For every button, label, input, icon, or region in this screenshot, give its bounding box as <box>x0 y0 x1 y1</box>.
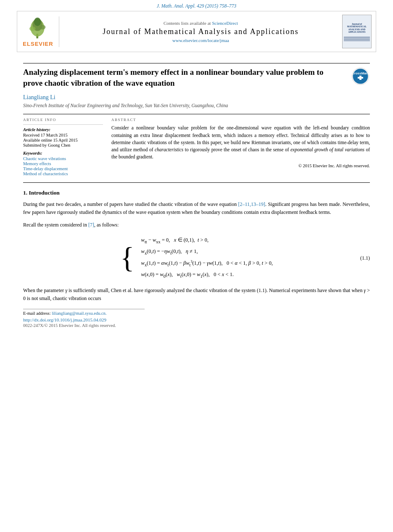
doi-line[interactable]: http://dx.doi.org/10.1016/j.jmaa.2015.04… <box>23 317 370 322</box>
available-date: Available online 15 April 2015 <box>23 138 103 142</box>
received-date: Received 17 March 2015 <box>23 133 103 137</box>
keywords-label: Keywords: <box>23 151 103 155</box>
crossmark-logo: CrossMark <box>351 67 370 86</box>
eq-line-2: wx(0,t) = −ηwt(0,t), η ≠ 1, <box>141 246 273 258</box>
equation-1-1: { wtt − wxx = 0, x ∈ (0,1), t > 0, wx(0,… <box>23 235 370 281</box>
info-divider <box>23 124 103 125</box>
journal-cover-thumbnail: Journal ofMATHEMATICALANALYSIS ANDAPPLIC… <box>342 15 372 48</box>
section-1-title: 1. Introduction <box>23 190 370 196</box>
journal-center: Contents lists available at ScienceDirec… <box>63 21 338 43</box>
history-label: Article history: <box>23 127 103 132</box>
footnote-divider <box>23 309 145 309</box>
keyword-1: Chaotic wave vibrations <box>23 156 103 161</box>
eq-brace: { <box>120 243 135 273</box>
abstract-text: Consider a nonlinear boundary value prob… <box>111 124 370 161</box>
svg-point-5 <box>39 25 45 29</box>
eq-line-3: wx(1,t) = αwt(1,t) − βwt3(1,t) − γw(1,t)… <box>141 258 273 269</box>
email-link[interactable]: liliangliang@mail.sysu.edu.cn. <box>52 311 106 316</box>
rights-line: 0022-247X/© 2015 Elsevier Inc. All right… <box>23 323 370 328</box>
svg-rect-10 <box>358 77 363 79</box>
intro-paragraph-2: Recall the system considered in [7], as … <box>23 221 370 229</box>
section-divider <box>23 182 370 183</box>
eq-number-1-1: (1.1) <box>360 255 370 261</box>
affiliation: Sino-French Institute of Nuclear Enginee… <box>23 103 370 108</box>
top-divider <box>23 63 370 63</box>
journal-header: ELSEVIER Contents lists available at Sci… <box>17 11 376 52</box>
article-info-abstract-section: ARTICLE INFO Article history: Received 1… <box>23 118 370 176</box>
keyword-3: Time-delay displacement <box>23 166 103 171</box>
cover-decoration <box>344 37 369 42</box>
journal-url[interactable]: www.elsevier.com/locate/jmaa <box>63 38 338 43</box>
abstract-label: ABSTRACT <box>111 118 370 122</box>
journal-title: Journal of Mathematical Analysis and App… <box>63 27 338 36</box>
sciencedirect-line: Contents lists available at ScienceDirec… <box>63 21 338 26</box>
footnote-email: E-mail address: liliangliang@mail.sysu.e… <box>23 311 370 316</box>
ref-link-7[interactable]: [7] <box>88 222 94 228</box>
elsevier-brand-text: ELSEVIER <box>23 41 53 47</box>
keyword-4: Method of characteristics <box>23 171 103 176</box>
abstract-panel: ABSTRACT Consider a nonlinear boundary v… <box>111 118 370 176</box>
elsevier-logo: ELSEVIER <box>21 16 59 47</box>
eq-line-4: w(x,0) = w0(x), wt(x,0) = w1(x), 0 < x <… <box>141 269 273 281</box>
article-info-panel: ARTICLE INFO Article history: Received 1… <box>23 118 103 176</box>
copyright-notice: © 2015 Elsevier Inc. All rights reserved… <box>111 163 370 168</box>
cover-title: Journal ofMATHEMATICALANALYSIS ANDAPPLIC… <box>346 21 368 35</box>
svg-point-3 <box>34 17 41 26</box>
intro-paragraph-1: During the past two decades, a number of… <box>23 200 370 216</box>
keywords-section: Keywords: Chaotic wave vibrations Memory… <box>23 151 103 176</box>
article-info-label: ARTICLE INFO <box>23 118 103 122</box>
keyword-2: Memory effects <box>23 161 103 166</box>
journal-reference: J. Math. Anal. Appl. 429 (2015) 758–773 <box>0 0 393 11</box>
eq-system: { wtt − wxx = 0, x ∈ (0,1), t > 0, wx(0,… <box>32 235 361 281</box>
article-divider <box>23 114 370 114</box>
eq-lines: wtt − wxx = 0, x ∈ (0,1), t > 0, wx(0,t)… <box>141 235 273 281</box>
eq-line-1: wtt − wxx = 0, x ∈ (0,1), t > 0, <box>141 235 273 246</box>
ref-link-1[interactable]: [2–11,13–19] <box>238 201 266 207</box>
svg-point-4 <box>29 26 35 31</box>
after-equation-text: When the parameter γ is sufficiently sma… <box>23 287 370 303</box>
submitted-by: Submitted by Goong Chen <box>23 143 103 147</box>
svg-text:CrossMark: CrossMark <box>352 71 369 75</box>
sciencedirect-link[interactable]: ScienceDirect <box>212 21 238 26</box>
paper-title: Analyzing displacement term's memory eff… <box>23 67 370 88</box>
paper-body: Analyzing displacement term's memory eff… <box>23 52 370 328</box>
author-name: Liangliang Li <box>23 94 370 101</box>
